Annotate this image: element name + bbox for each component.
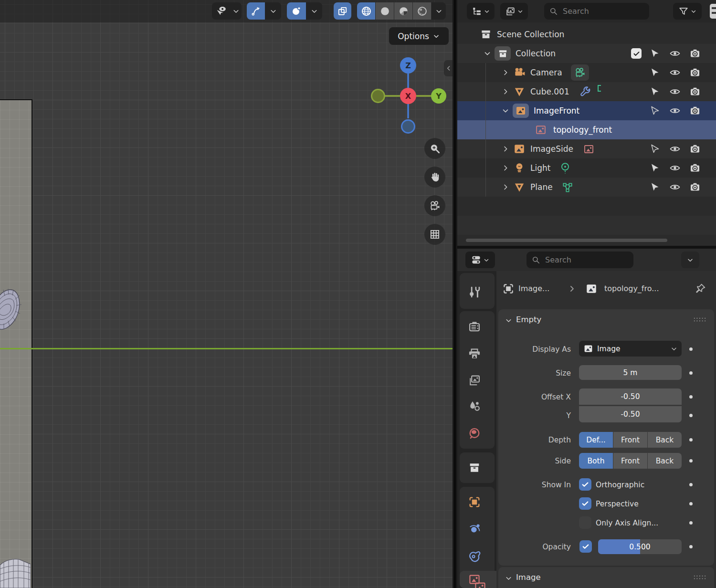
expand-chevron-icon[interactable]	[501, 106, 510, 115]
size-field[interactable]: 5 m	[579, 365, 682, 380]
animate-dot[interactable]	[689, 347, 693, 351]
shading-rendered-button[interactable]	[413, 2, 431, 20]
collapse-chevron-icon[interactable]	[501, 68, 510, 77]
orthographic-checkbox[interactable]	[579, 478, 591, 491]
panel-drag-grip[interactable]	[693, 575, 706, 580]
animate-dot[interactable]	[689, 521, 693, 525]
depth-back-button[interactable]: Back	[648, 432, 682, 448]
editor-type-button[interactable]	[467, 3, 495, 20]
outliner-row-collection[interactable]: Collection	[457, 44, 716, 63]
hide-viewport-eye-icon[interactable]	[669, 67, 681, 78]
animate-dot[interactable]	[689, 545, 693, 548]
hide-viewport-eye-icon[interactable]	[669, 48, 681, 59]
tab-render[interactable]	[468, 320, 481, 334]
animate-dot[interactable]	[689, 371, 693, 375]
shading-wireframe-button[interactable]	[357, 2, 375, 20]
tab-scene[interactable]	[468, 399, 481, 413]
panel-collapse-chevron-icon[interactable]	[505, 574, 513, 582]
filter-button[interactable]	[673, 3, 702, 20]
zoom-button[interactable]	[424, 138, 445, 159]
breadcrumb-data[interactable]: topology_fro...	[604, 284, 659, 293]
selectable-icon[interactable]	[649, 181, 661, 193]
toggle-xray-button[interactable]	[334, 2, 351, 20]
proportional-edit-toggle[interactable]	[287, 2, 306, 20]
snapping-dropdown[interactable]	[265, 2, 281, 20]
outliner-row-plane[interactable]: Plane	[457, 178, 716, 197]
outliner-row-imagefront[interactable]: ImageFront	[457, 101, 716, 120]
gizmo-neg-y-axis[interactable]	[372, 90, 385, 103]
tab-output[interactable]	[468, 347, 481, 360]
collapse-chevron-icon[interactable]	[501, 164, 510, 172]
tab-constraints[interactable]	[468, 549, 481, 562]
panel-drag-grip[interactable]	[693, 317, 706, 322]
3d-viewport[interactable]: Options Z X Y	[0, 0, 453, 588]
shading-solid-button[interactable]	[376, 2, 394, 20]
collapse-chevron-icon[interactable]	[501, 183, 510, 191]
gizmo-visibility-button[interactable]	[212, 2, 230, 20]
hide-viewport-eye-icon[interactable]	[669, 162, 681, 174]
orthographic-toggle-button[interactable]	[424, 224, 445, 245]
outliner-row-cube-001[interactable]: Cube.001	[457, 82, 716, 101]
outliner-row-scene-collection[interactable]: Scene Collection	[457, 25, 716, 44]
display-mode-button[interactable]	[500, 3, 528, 20]
disable-render-camera-icon[interactable]	[689, 48, 701, 59]
gizmo-visibility-dropdown[interactable]	[230, 2, 242, 20]
properties-search[interactable]	[526, 252, 633, 268]
disable-render-camera-icon[interactable]	[689, 162, 701, 174]
perspective-checkbox[interactable]	[579, 497, 591, 510]
outliner-row-topology-front[interactable]: topology_front	[457, 120, 716, 139]
hide-viewport-eye-icon[interactable]	[669, 181, 681, 193]
region-collapse-handle[interactable]	[444, 60, 453, 76]
animate-dot[interactable]	[689, 459, 693, 462]
tab-physics[interactable]	[468, 522, 481, 536]
breadcrumb-data-icon[interactable]	[585, 283, 598, 295]
offset-y-field[interactable]: -0.50	[579, 406, 682, 422]
properties-options-dropdown[interactable]	[681, 252, 699, 268]
gizmo-neg-z-axis[interactable]	[402, 120, 415, 133]
offset-x-field[interactable]: -0.50	[579, 388, 682, 405]
opacity-checkbox[interactable]	[579, 540, 592, 553]
selectable-icon[interactable]	[649, 67, 661, 78]
snapping-toggle[interactable]	[247, 2, 265, 20]
panel-title[interactable]: Empty	[516, 315, 541, 324]
depth-default-button[interactable]: Def...	[579, 432, 613, 448]
disable-render-camera-icon[interactable]	[689, 86, 701, 97]
outliner-search-input[interactable]	[562, 6, 644, 16]
side-both-button[interactable]: Both	[579, 453, 613, 469]
mesh-data-icon[interactable]	[561, 181, 574, 193]
point-light-data-icon[interactable]	[559, 162, 571, 174]
outliner-search[interactable]	[544, 3, 649, 20]
display-as-dropdown[interactable]: Image	[579, 341, 682, 357]
opacity-slider[interactable]: 0.500	[598, 539, 682, 554]
options-button[interactable]: Options	[389, 27, 449, 45]
animate-dot[interactable]	[689, 395, 693, 399]
selectable-outline-icon[interactable]	[649, 143, 661, 155]
selectable-outline-icon[interactable]	[649, 105, 661, 116]
tab-collection[interactable]	[468, 461, 481, 474]
breadcrumb-object[interactable]: Image...	[518, 284, 549, 293]
panel-collapse-chevron-icon[interactable]	[505, 316, 513, 325]
collection-enable-checkbox[interactable]	[631, 48, 642, 59]
collapse-chevron-icon[interactable]	[501, 145, 510, 153]
shading-material-button[interactable]	[394, 2, 412, 20]
side-back-button[interactable]: Back	[648, 453, 682, 469]
only-axis-aligned-checkbox[interactable]	[579, 516, 591, 529]
breadcrumb-object-icon[interactable]	[502, 283, 515, 295]
outliner-horizontal-scrollbar[interactable]	[466, 239, 667, 242]
outliner-row-camera[interactable]: Camera	[457, 63, 716, 82]
navigation-gizmo[interactable]: Z X Y	[365, 52, 449, 136]
animate-dot[interactable]	[689, 414, 693, 417]
pan-button[interactable]	[424, 167, 445, 188]
modifier-wrench-icon[interactable]	[579, 86, 591, 98]
tab-view-layer[interactable]	[468, 374, 481, 387]
editor-divider[interactable]	[453, 0, 457, 588]
expand-chevron-icon[interactable]	[483, 49, 492, 58]
animate-dot[interactable]	[689, 502, 693, 505]
panel-title[interactable]: Image	[516, 573, 541, 582]
selectable-icon[interactable]	[649, 162, 661, 174]
pin-icon[interactable]	[695, 283, 706, 294]
disable-render-camera-icon[interactable]	[689, 181, 701, 193]
hide-viewport-eye-icon[interactable]	[669, 86, 681, 97]
outliner-row-imageside[interactable]: ImageSide	[457, 139, 716, 158]
clipped-header-button[interactable]	[710, 4, 716, 19]
